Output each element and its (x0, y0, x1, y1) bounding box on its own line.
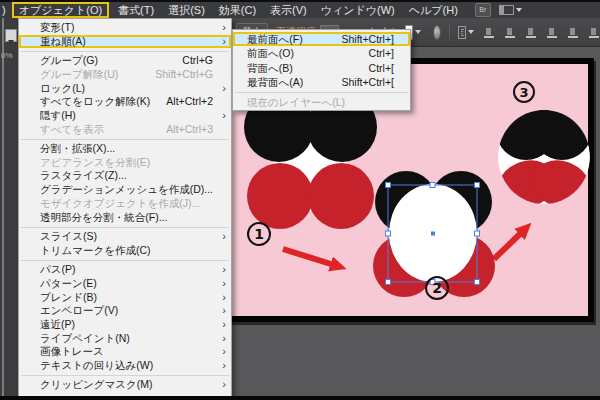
menu-item-label: 分割・拡張(X)... (40, 142, 213, 156)
menu-item-label: ロック(L) (40, 82, 213, 96)
object-menu-item-19[interactable]: エンベロープ(V)› (19, 304, 231, 318)
object-menu-item-20[interactable]: 遠近(P)› (19, 318, 231, 332)
object-menu-item-16[interactable]: パス(P)› (19, 263, 231, 277)
align-right-icon[interactable] (525, 27, 537, 38)
arrange-menu-item-2[interactable]: 背面へ(B)Ctrl+[ (233, 61, 410, 75)
menu-item-shortcut: Alt+Ctrl+3 (166, 123, 213, 137)
menubar-item-3[interactable]: 効果(C) (212, 2, 263, 18)
selection-handle (475, 231, 480, 236)
bridge-icon[interactable]: Br (475, 3, 491, 17)
align-center-h-icon[interactable] (504, 27, 516, 38)
object-menu-item-22[interactable]: 画像トレース› (19, 345, 231, 359)
workspace-switcher[interactable] (499, 5, 522, 15)
object-menu-item-0[interactable]: 変形(T)› (19, 21, 231, 35)
menu-separator (235, 92, 408, 93)
menu-bar: ) オブジェクト(O)書式(T)選択(S)効果(C)表示(V)ウィンドウ(W)ヘ… (0, 0, 600, 18)
menu-item-shortcut: Shift+Ctrl+] (341, 32, 394, 46)
object-menu-item-8[interactable]: 分割・拡張(X)... (19, 142, 231, 156)
selection-handle (386, 231, 391, 236)
distribute-left-icon[interactable] (546, 27, 558, 38)
menu-separator (21, 375, 229, 376)
menubar-item-2[interactable]: 選択(S) (161, 2, 212, 18)
object-menu-item-21[interactable]: ライブペイント(N)› (19, 332, 231, 346)
object-menu-item-17[interactable]: パターン(E)› (19, 277, 231, 291)
submenu-arrow-icon: › (222, 332, 226, 346)
object-menu-item-15[interactable]: トリムマークを作成(C) (19, 244, 231, 258)
menu-item-label: トリムマークを作成(C) (40, 244, 213, 258)
object-menu-item-14[interactable]: スライス(S)› (19, 230, 231, 244)
step-badge-1: 1 (248, 223, 270, 245)
mini-dropdown[interactable] (5, 29, 17, 42)
workspace-icon (499, 5, 514, 15)
selection-center-point (431, 232, 435, 236)
submenu-arrow-icon: › (222, 263, 226, 277)
zoom-level-text: 0% (1, 51, 13, 60)
menu-item-label: アピアランスを分割(E) (40, 156, 213, 170)
menu-item-label: グループ(G) (40, 54, 174, 68)
menu-item-label: モザイクオブジェクトを作成(J)... (40, 197, 213, 211)
submenu-arrow-icon: › (222, 230, 226, 244)
menu-item-label: スライス(S) (40, 230, 213, 244)
object-menu-item-10[interactable]: ラスタライズ(Z)... (19, 169, 231, 183)
object-menu-item-5[interactable]: すべてをロック解除(K)Alt+Ctrl+2 (19, 95, 231, 109)
menu-item-label: 重ね順(A) (40, 35, 213, 49)
object-menu-item-9: アピアランスを分割(E) (19, 156, 231, 170)
object-menu-item-24[interactable]: クリッピングマスク(M)› (19, 378, 231, 392)
menu-item-label: グラデーションメッシュを作成(D)... (40, 183, 213, 197)
menu-item-label: ラスタライズ(Z)... (40, 169, 213, 183)
menu-item-label: パターン(E) (40, 277, 213, 291)
object-menu-item-2[interactable]: グループ(G)Ctrl+G (19, 54, 231, 68)
arrange-menu-item-3[interactable]: 最背面へ(A)Shift+Ctrl+[ (233, 75, 410, 89)
menubar-item-0[interactable]: オブジェクト(O) (12, 2, 109, 18)
submenu-arrow-icon: › (222, 318, 226, 332)
menu-separator (21, 227, 229, 228)
style-dropdown-icon[interactable] (415, 30, 421, 34)
object-menu-item-13[interactable]: 透明部分を分割・統合(F)... (19, 211, 231, 225)
submenu-arrow-icon: › (222, 35, 226, 49)
menubar-item-1[interactable]: 書式(T) (111, 2, 161, 18)
menubar-item-4[interactable]: 表示(V) (263, 2, 314, 18)
menu-separator (21, 139, 229, 140)
menu-item-shortcut: Alt+Ctrl+2 (166, 95, 213, 109)
step-arrow-1 (283, 249, 334, 265)
window-bottom-edge (0, 396, 600, 400)
arrange-menu-item-1[interactable]: 前面へ(O)Ctrl+] (233, 46, 410, 60)
object-menu-item-7: すべてを表示Alt+Ctrl+3 (19, 123, 231, 137)
menu-item-label: 背面へ(B) (247, 61, 361, 75)
menu-item-label: 現在のレイヤーへ(L) (247, 95, 394, 109)
menubar-item-6[interactable]: ヘルプ(H) (402, 2, 465, 18)
menu-item-label: すべてをロック解除(K) (40, 95, 158, 109)
document-setup-globe-icon[interactable] (433, 25, 441, 40)
object-menu-item-4[interactable]: ロック(L)› (19, 82, 231, 96)
selection-handle (475, 183, 480, 188)
arrange-menu-item-4: 現在のレイヤーへ(L) (233, 95, 410, 109)
menu-item-label: 画像トレース (40, 345, 213, 359)
menu-item-label: ライブペイント(N) (40, 332, 213, 346)
object-menu-item-18[interactable]: ブレンド(B)› (19, 291, 231, 305)
object-menu-item-1[interactable]: 重ね順(A)› (19, 35, 231, 49)
control-bar-divider (449, 23, 450, 41)
menu-item-label: 前面へ(O) (247, 46, 361, 60)
submenu-arrow-icon: › (222, 277, 226, 291)
transform-icon[interactable] (458, 26, 466, 39)
submenu-arrow-icon: › (222, 345, 226, 359)
selection-handle (430, 183, 435, 188)
panel-edge-line (2, 18, 4, 400)
distribute-center-icon[interactable] (567, 27, 579, 38)
menu-item-label: 透明部分を分割・統合(F)... (40, 211, 213, 225)
object-menu-item-6[interactable]: 隠す(H)› (19, 109, 231, 123)
figure-3-group[interactable] (492, 100, 594, 215)
distribute-right-icon[interactable] (588, 27, 600, 38)
menubar-item-5[interactable]: ウィンドウ(W) (314, 2, 402, 18)
menu-item-partial[interactable]: ) (0, 4, 10, 16)
align-left-icon[interactable] (483, 27, 495, 38)
object-menu-item-23[interactable]: テキストの回り込み(W)› (19, 359, 231, 373)
arrange-submenu-panel: 最前面へ(F)Shift+Ctrl+]前面へ(O)Ctrl+]背面へ(B)Ctr… (232, 29, 411, 111)
figure-1-group[interactable] (244, 92, 377, 229)
menu-item-label: パス(P) (40, 263, 213, 277)
svg-text:1: 1 (254, 226, 264, 242)
object-menu-item-11[interactable]: グラデーションメッシュを作成(D)... (19, 183, 231, 197)
arrange-menu-item-0[interactable]: 最前面へ(F)Shift+Ctrl+] (233, 32, 410, 46)
menu-item-label: 最前面へ(F) (247, 32, 333, 46)
menu-item-label: 変形(T) (40, 21, 213, 35)
